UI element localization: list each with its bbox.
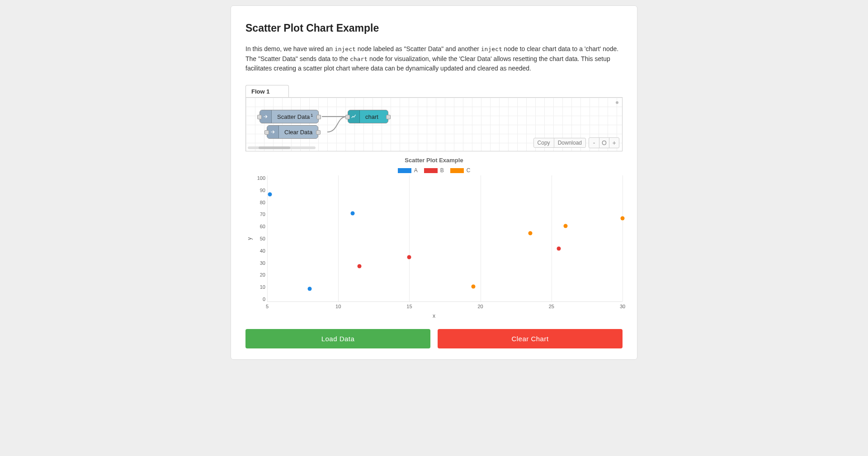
page-title: Scatter Plot Chart Example <box>245 22 623 34</box>
node-output-port[interactable] <box>316 115 321 119</box>
data-point <box>308 287 312 291</box>
zoom-out-button[interactable]: - <box>589 138 599 148</box>
zoom-in-button[interactable]: + <box>609 138 619 148</box>
plot-area <box>267 175 623 302</box>
data-point <box>557 246 561 250</box>
x-tick: 5 <box>266 304 269 309</box>
y-tick: 70 <box>260 212 265 217</box>
description-paragraph: In this demo, we have wired an inject no… <box>245 44 623 74</box>
data-point <box>358 264 362 268</box>
status-dot-icon <box>616 101 618 104</box>
grid-line <box>338 175 339 301</box>
grid-line <box>409 175 410 301</box>
node-output-port[interactable] <box>316 130 321 135</box>
y-axis: 1009080706050403020100 <box>254 175 267 302</box>
y-tick: 80 <box>260 200 265 205</box>
flow-editor: Flow 1 Scatter Data1 <box>245 85 623 151</box>
data-point <box>407 255 411 259</box>
legend-swatch <box>424 168 438 173</box>
data-point <box>268 192 272 196</box>
load-data-button[interactable]: Load Data <box>245 329 430 348</box>
chart-title: Scatter Plot Example <box>245 157 623 164</box>
legend-item[interactable]: A <box>398 167 418 174</box>
data-point <box>621 216 625 220</box>
y-tick: 90 <box>260 188 265 193</box>
node-inject-clear[interactable]: Clear Data <box>267 125 318 139</box>
node-input-port[interactable] <box>264 130 269 135</box>
chart-legend: ABC <box>245 167 623 174</box>
node-label: Clear Data <box>279 129 318 136</box>
x-tick: 20 <box>477 304 483 309</box>
x-tick: 25 <box>549 304 554 309</box>
copy-button[interactable]: Copy <box>534 138 554 147</box>
node-input-port[interactable] <box>257 115 262 119</box>
x-axis-label: x <box>245 313 623 319</box>
inline-code: inject <box>481 46 502 52</box>
y-tick: 100 <box>257 175 265 181</box>
clear-chart-button[interactable]: Clear Chart <box>438 329 623 348</box>
node-input-port[interactable] <box>345 115 350 119</box>
y-tick: 60 <box>260 224 265 229</box>
grid-line <box>623 175 623 301</box>
desc-text: node labeled as "Scatter Data" and anoth… <box>356 45 481 52</box>
scatter-chart: Scatter Plot Example ABC y 1009080706050… <box>245 157 623 319</box>
legend-swatch <box>450 168 464 173</box>
flow-tab[interactable]: Flow 1 <box>245 85 289 98</box>
node-chart[interactable]: chart <box>348 110 388 123</box>
grid-line <box>481 175 481 301</box>
x-axis: 51015202530 <box>267 304 623 310</box>
node-label: Scatter Data1 <box>272 113 318 120</box>
node-inject-scatter[interactable]: Scatter Data1 <box>259 110 319 123</box>
y-axis-label: y <box>246 237 253 240</box>
node-output-port[interactable] <box>386 115 391 119</box>
node-label: chart <box>360 113 384 120</box>
inline-code: chart <box>350 56 368 62</box>
y-tick: 30 <box>260 260 265 266</box>
inline-code: inject <box>335 46 356 52</box>
data-point <box>528 231 532 235</box>
zoom-reset-button[interactable]: O <box>599 138 609 148</box>
content-card: Scatter Plot Chart Example In this demo,… <box>231 5 637 360</box>
desc-text: In this demo, we have wired an <box>245 45 335 52</box>
y-tick: 40 <box>260 248 265 254</box>
y-tick: 10 <box>260 284 265 290</box>
legend-swatch <box>398 168 411 173</box>
data-point <box>471 284 475 288</box>
x-tick: 30 <box>620 304 625 309</box>
grid-line <box>552 175 552 301</box>
flow-wires <box>246 98 382 151</box>
flow-toolbar: Copy Download - O + <box>533 137 619 148</box>
download-button[interactable]: Download <box>554 138 585 147</box>
legend-item[interactable]: B <box>424 167 444 174</box>
x-tick: 10 <box>335 304 341 309</box>
y-tick: 20 <box>260 272 265 277</box>
y-tick: 0 <box>263 296 265 302</box>
legend-label: B <box>440 167 444 174</box>
legend-item[interactable]: C <box>450 167 471 174</box>
data-point <box>350 211 354 215</box>
legend-label: C <box>467 167 471 174</box>
legend-label: A <box>414 167 418 174</box>
data-point <box>564 224 568 228</box>
horizontal-scrollbar[interactable] <box>248 146 316 149</box>
zoom-group: - O + <box>589 137 619 148</box>
toolbar-group: Copy Download <box>533 138 586 148</box>
y-tick: 50 <box>260 236 265 241</box>
plot-frame: y 1009080706050403020100 <box>245 175 623 302</box>
flow-canvas[interactable]: Scatter Data1 Clear Data chart <box>245 97 623 151</box>
action-button-row: Load Data Clear Chart <box>245 329 623 348</box>
x-tick: 15 <box>406 304 412 309</box>
